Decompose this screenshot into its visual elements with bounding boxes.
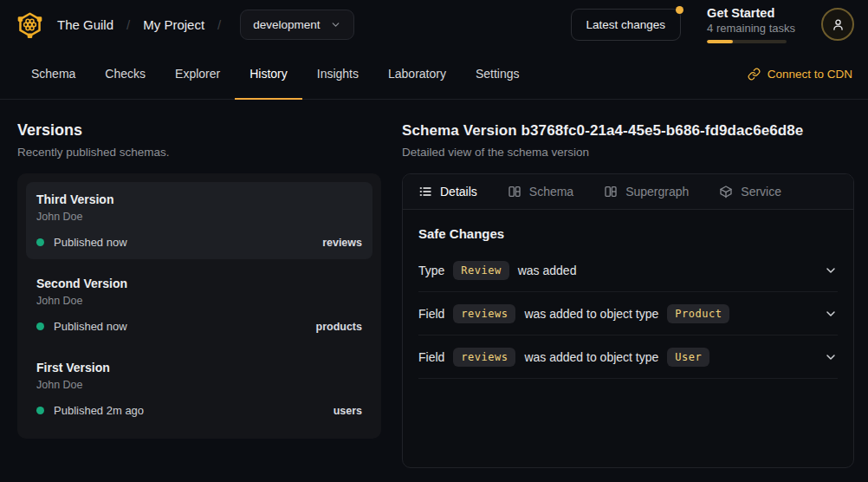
tab-schema-view[interactable]: Schema <box>508 185 573 199</box>
target-selector-value: development <box>253 18 320 31</box>
schema-version-subtitle: Detailed view of the schema version <box>402 146 854 159</box>
hive-logo-icon[interactable] <box>16 10 44 39</box>
version-title: Second Version <box>36 277 362 290</box>
change-badge: User <box>667 348 709 367</box>
tab-checks[interactable]: Checks <box>90 49 160 100</box>
versions-list: Third Version John Doe Published now rev… <box>17 173 381 439</box>
change-prefix: Field <box>418 350 444 364</box>
versions-subtitle: Recently published schemas. <box>17 146 381 159</box>
get-started-title: Get Started <box>707 6 795 20</box>
tab-settings[interactable]: Settings <box>461 49 534 100</box>
change-badge: Product <box>667 304 729 323</box>
project-nav: Schema Checks Explorer History Insights … <box>0 49 868 100</box>
breadcrumb: The Guild / My Project / development <box>16 10 354 40</box>
get-started-progress-bar <box>707 40 787 43</box>
link-icon <box>748 68 761 81</box>
change-row[interactable]: Field reviews was added to object type U… <box>418 335 838 379</box>
columns-icon <box>508 185 521 199</box>
breadcrumb-project[interactable]: My Project <box>143 17 204 32</box>
change-prefix: Type <box>418 264 444 277</box>
chevron-down-icon[interactable] <box>824 350 838 364</box>
tab-details-label: Details <box>440 185 477 199</box>
version-title: Third Version <box>36 192 362 206</box>
tab-history[interactable]: History <box>235 49 302 100</box>
change-row[interactable]: Type Review was added <box>418 249 838 292</box>
version-author: John Doe <box>36 211 362 223</box>
get-started-widget[interactable]: Get Started 4 remaining tasks <box>707 6 795 43</box>
versions-title: Versions <box>17 121 381 140</box>
version-status: Published now <box>54 236 127 249</box>
version-list-item[interactable]: First Version John Doe Published 2m ago … <box>26 350 372 427</box>
published-dot <box>36 322 44 330</box>
latest-changes-label: Latest changes <box>586 18 666 31</box>
safe-changes-heading: Safe Changes <box>418 226 838 241</box>
tab-schema-view-label: Schema <box>529 185 573 199</box>
schema-version-detail-panel: Schema Version b3768fc0-21a4-45e5-b686-f… <box>402 100 854 468</box>
chevron-down-icon <box>330 19 341 30</box>
list-icon <box>418 185 432 199</box>
published-dot <box>36 407 44 414</box>
change-row[interactable]: Field reviews was added to object type P… <box>418 292 838 335</box>
change-middle: was added <box>518 264 577 277</box>
tab-schema[interactable]: Schema <box>16 49 90 100</box>
version-list-item[interactable]: Second Version John Doe Published now pr… <box>26 266 372 343</box>
version-status: Published 2m ago <box>54 404 144 417</box>
version-author: John Doe <box>36 295 362 307</box>
version-service: users <box>334 405 362 417</box>
version-service: products <box>316 321 362 333</box>
breadcrumb-separator: / <box>217 17 221 32</box>
published-dot <box>36 238 44 246</box>
chevron-down-icon[interactable] <box>824 264 838 277</box>
change-badge: Review <box>453 261 508 280</box>
tab-insights[interactable]: Insights <box>302 49 373 100</box>
connect-to-cdn-link[interactable]: Connect to CDN <box>748 49 868 99</box>
chevron-down-icon[interactable] <box>824 307 838 321</box>
latest-changes-button[interactable]: Latest changes <box>571 9 682 41</box>
user-icon <box>831 17 845 32</box>
user-avatar[interactable] <box>821 8 854 41</box>
versions-panel: Versions Recently published schemas. Thi… <box>17 100 381 468</box>
notification-dot-icon <box>676 6 683 14</box>
nav-tabs: Schema Checks Explorer History Insights … <box>16 49 534 99</box>
change-badge: reviews <box>453 304 515 323</box>
top-bar: The Guild / My Project / development Lat… <box>0 0 868 49</box>
change-middle: was added to object type <box>524 350 658 364</box>
connect-to-cdn-label: Connect to CDN <box>768 68 852 81</box>
target-selector-dropdown[interactable]: development <box>240 10 353 40</box>
tab-supergraph[interactable]: Supergraph <box>604 185 689 199</box>
version-list-item[interactable]: Third Version John Doe Published now rev… <box>26 182 372 259</box>
version-author: John Doe <box>36 379 362 391</box>
change-prefix: Field <box>418 307 444 321</box>
change-badge: reviews <box>453 348 515 367</box>
change-list: Type Review was added Field reviews was … <box>418 249 838 379</box>
change-middle: was added to object type <box>524 307 658 321</box>
cube-icon <box>719 185 733 199</box>
get-started-subtitle: 4 remaining tasks <box>707 22 795 35</box>
tab-details[interactable]: Details <box>418 185 477 199</box>
detail-tabs: Details Schema S <box>403 174 853 210</box>
tab-service[interactable]: Service <box>719 185 781 199</box>
version-service: reviews <box>322 237 362 249</box>
version-title: First Version <box>36 361 362 375</box>
schema-version-detail-box: Details Schema S <box>402 173 854 468</box>
version-status: Published now <box>54 320 127 333</box>
tab-service-label: Service <box>741 185 781 199</box>
main-content: Versions Recently published schemas. Thi… <box>0 100 868 468</box>
tab-laboratory[interactable]: Laboratory <box>373 49 461 100</box>
columns-icon <box>604 185 618 199</box>
tab-explorer[interactable]: Explorer <box>160 49 235 100</box>
schema-version-title: Schema Version b3768fc0-21a4-45e5-b686-f… <box>402 122 854 140</box>
breadcrumb-org[interactable]: The Guild <box>57 17 113 32</box>
get-started-progress-fill <box>707 40 733 43</box>
tab-supergraph-label: Supergraph <box>625 185 689 199</box>
breadcrumb-separator: / <box>126 17 130 32</box>
detail-body: Safe Changes Type Review was added Field <box>403 210 853 379</box>
